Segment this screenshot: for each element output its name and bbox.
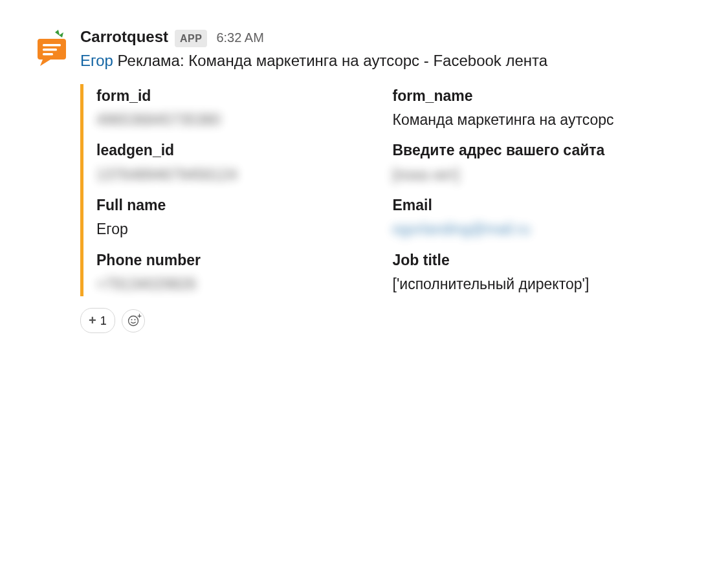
message-timestamp[interactable]: 6:32 AM <box>216 28 263 47</box>
field-label: form_name <box>393 85 663 107</box>
field-job-title: Job title ['исполнительный директор'] <box>393 250 663 296</box>
message-header: Carrotquest APP 6:32 AM <box>80 26 696 49</box>
svg-rect-1 <box>43 44 61 47</box>
field-phone: Phone number +79134029826 <box>96 250 367 296</box>
field-leadgen-id: leadgen_id 13764894679456124 <box>96 140 367 186</box>
svg-point-5 <box>131 319 132 320</box>
field-label: form_id <box>96 85 367 107</box>
message-text-rest: Реклама: Команда маркетинга на аутсорс -… <box>113 52 547 69</box>
plus-icon: + <box>89 311 96 330</box>
field-form-name: form_name Команда маркетинга на аутсорс <box>393 85 663 131</box>
slack-message: Carrotquest APP 6:32 AM Егор Реклама: Ко… <box>32 26 696 333</box>
field-label: Введите адрес вашего сайта <box>393 140 663 161</box>
reactions-bar: + 1 + <box>80 308 696 333</box>
reaction-count: 1 <box>100 312 107 329</box>
field-full-name: Full name Егор <box>96 195 367 241</box>
reaction-add-count[interactable]: + 1 <box>80 308 115 333</box>
svg-rect-3 <box>43 53 53 56</box>
field-form-id: form_id 496536845735380 <box>96 85 367 131</box>
message-body: Carrotquest APP 6:32 AM Егор Реклама: Ко… <box>80 26 696 333</box>
sender-name[interactable]: Carrotquest <box>80 26 168 49</box>
svg-point-4 <box>128 316 138 325</box>
field-label: Full name <box>96 195 367 216</box>
field-value-redacted: 496536845735380 <box>96 109 367 131</box>
message-link[interactable]: Егор <box>80 52 113 69</box>
field-email: Email egorlanding@mail.ru <box>393 195 663 241</box>
field-value: ['исполнительный директор'] <box>393 274 663 295</box>
plus-icon: + <box>137 311 141 321</box>
field-label: Email <box>393 195 663 216</box>
field-value-redacted[interactable]: egorlanding@mail.ru <box>393 219 663 240</box>
field-label: Phone number <box>96 250 367 271</box>
carrot-icon <box>32 28 71 67</box>
add-reaction-button[interactable]: + <box>122 309 145 332</box>
field-label: Job title <box>393 250 663 271</box>
svg-point-6 <box>134 319 135 320</box>
field-label: leadgen_id <box>96 140 367 161</box>
app-avatar[interactable] <box>32 28 71 67</box>
field-value: Команда маркетинга на аутсорс <box>393 109 663 131</box>
field-site-address: Введите адрес вашего сайта [пока нет] <box>393 140 663 186</box>
field-value-redacted: 13764894679456124 <box>96 164 367 186</box>
field-value-redacted: +79134029826 <box>96 274 367 295</box>
svg-rect-2 <box>43 49 57 51</box>
message-text: Егор Реклама: Команда маркетинга на аутс… <box>80 50 696 72</box>
app-badge: APP <box>175 30 207 47</box>
field-value: Егор <box>96 219 367 240</box>
attachment-block: form_id 496536845735380 form_name Команд… <box>80 84 663 297</box>
field-value-redacted: [пока нет] <box>393 164 663 186</box>
